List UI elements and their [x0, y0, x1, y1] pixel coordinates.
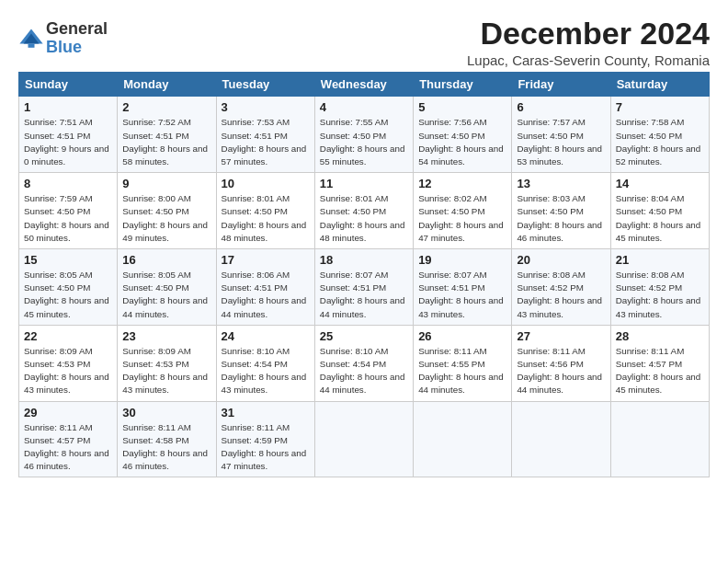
- calendar-cell: 2Sunrise: 7:52 AMSunset: 4:51 PMDaylight…: [118, 97, 216, 173]
- day-detail: Sunrise: 8:01 AMSunset: 4:50 PMDaylight:…: [320, 193, 405, 243]
- day-detail: Sunrise: 8:11 AMSunset: 4:59 PMDaylight:…: [222, 422, 307, 472]
- calendar-cell: 18Sunrise: 8:07 AMSunset: 4:51 PMDayligh…: [314, 249, 413, 326]
- day-number: 1: [24, 100, 112, 114]
- calendar-row-4: 22Sunrise: 8:09 AMSunset: 4:53 PMDayligh…: [19, 325, 710, 401]
- day-detail: Sunrise: 7:52 AMSunset: 4:51 PMDaylight:…: [122, 117, 208, 167]
- day-number: 27: [517, 329, 605, 343]
- calendar-cell: 24Sunrise: 8:10 AMSunset: 4:54 PMDayligh…: [216, 325, 314, 401]
- day-number: 22: [24, 329, 112, 343]
- day-number: 24: [222, 329, 310, 343]
- calendar-cell: 1Sunrise: 7:51 AMSunset: 4:51 PMDaylight…: [19, 97, 118, 173]
- col-tuesday: Tuesday: [216, 73, 314, 97]
- day-number: 18: [320, 253, 408, 267]
- logo: General Blue: [18, 20, 108, 57]
- day-detail: Sunrise: 8:11 AMSunset: 4:57 PMDaylight:…: [24, 422, 109, 472]
- day-detail: Sunrise: 8:09 AMSunset: 4:53 PMDaylight:…: [24, 346, 109, 396]
- calendar-row-2: 8Sunrise: 7:59 AMSunset: 4:50 PMDaylight…: [19, 173, 710, 249]
- day-detail: Sunrise: 8:11 AMSunset: 4:55 PMDaylight:…: [418, 346, 504, 396]
- day-detail: Sunrise: 7:53 AMSunset: 4:51 PMDaylight:…: [222, 117, 307, 167]
- day-detail: Sunrise: 8:11 AMSunset: 4:58 PMDaylight:…: [122, 422, 208, 472]
- calendar-cell: 31Sunrise: 8:11 AMSunset: 4:59 PMDayligh…: [216, 401, 314, 477]
- col-sunday: Sunday: [19, 73, 118, 97]
- calendar-cell: 29Sunrise: 8:11 AMSunset: 4:57 PMDayligh…: [19, 401, 118, 477]
- day-detail: Sunrise: 8:07 AMSunset: 4:51 PMDaylight:…: [320, 270, 405, 319]
- header-row: Sunday Monday Tuesday Wednesday Thursday…: [19, 73, 710, 97]
- col-saturday: Saturday: [610, 73, 709, 97]
- day-number: 31: [222, 406, 310, 419]
- location-subtitle: Lupac, Caras-Severin County, Romania: [467, 52, 710, 68]
- day-detail: Sunrise: 7:58 AMSunset: 4:50 PMDaylight:…: [616, 117, 701, 167]
- calendar-cell: 16Sunrise: 8:05 AMSunset: 4:50 PMDayligh…: [118, 249, 216, 326]
- calendar-cell: 6Sunrise: 7:57 AMSunset: 4:50 PMDaylight…: [512, 97, 610, 173]
- day-number: 3: [222, 100, 310, 114]
- month-title: December 2024: [467, 17, 710, 51]
- day-number: 17: [222, 253, 310, 267]
- calendar-cell: 27Sunrise: 8:11 AMSunset: 4:56 PMDayligh…: [512, 325, 610, 401]
- day-detail: Sunrise: 8:10 AMSunset: 4:54 PMDaylight:…: [222, 346, 307, 396]
- calendar-cell: 4Sunrise: 7:55 AMSunset: 4:50 PMDaylight…: [314, 97, 413, 173]
- col-thursday: Thursday: [414, 73, 512, 97]
- day-number: 14: [616, 177, 704, 190]
- calendar-cell: 11Sunrise: 8:01 AMSunset: 4:50 PMDayligh…: [314, 173, 413, 249]
- calendar-cell: [314, 401, 413, 477]
- day-detail: Sunrise: 8:00 AMSunset: 4:50 PMDaylight:…: [122, 193, 208, 243]
- day-detail: Sunrise: 8:01 AMSunset: 4:50 PMDaylight:…: [222, 193, 307, 243]
- calendar-cell: 10Sunrise: 8:01 AMSunset: 4:50 PMDayligh…: [216, 173, 314, 249]
- calendar-cell: 13Sunrise: 8:03 AMSunset: 4:50 PMDayligh…: [512, 173, 610, 249]
- page: General Blue December 2024 Lupac, Caras-…: [0, 0, 728, 488]
- day-detail: Sunrise: 8:05 AMSunset: 4:50 PMDaylight:…: [24, 270, 109, 319]
- calendar-row-5: 29Sunrise: 8:11 AMSunset: 4:57 PMDayligh…: [19, 401, 710, 477]
- day-number: 8: [24, 177, 112, 190]
- day-number: 23: [122, 329, 210, 343]
- day-detail: Sunrise: 8:08 AMSunset: 4:52 PMDaylight:…: [616, 270, 701, 319]
- calendar-cell: [512, 401, 610, 477]
- calendar-cell: 14Sunrise: 8:04 AMSunset: 4:50 PMDayligh…: [610, 173, 709, 249]
- day-number: 30: [122, 406, 210, 419]
- day-number: 7: [616, 100, 704, 114]
- day-detail: Sunrise: 8:02 AMSunset: 4:50 PMDaylight:…: [418, 193, 504, 243]
- calendar-cell: 22Sunrise: 8:09 AMSunset: 4:53 PMDayligh…: [19, 325, 118, 401]
- day-number: 9: [122, 177, 210, 190]
- col-monday: Monday: [118, 73, 216, 97]
- calendar-cell: 7Sunrise: 7:58 AMSunset: 4:50 PMDaylight…: [610, 97, 709, 173]
- day-number: 26: [418, 329, 506, 343]
- day-number: 4: [320, 100, 408, 114]
- calendar-cell: 9Sunrise: 8:00 AMSunset: 4:50 PMDaylight…: [118, 173, 216, 249]
- calendar-cell: 30Sunrise: 8:11 AMSunset: 4:58 PMDayligh…: [118, 401, 216, 477]
- day-number: 2: [122, 100, 210, 114]
- calendar-cell: 3Sunrise: 7:53 AMSunset: 4:51 PMDaylight…: [216, 97, 314, 173]
- day-number: 10: [222, 177, 310, 190]
- day-detail: Sunrise: 8:10 AMSunset: 4:54 PMDaylight:…: [320, 346, 405, 396]
- day-detail: Sunrise: 7:56 AMSunset: 4:50 PMDaylight:…: [418, 117, 504, 167]
- day-detail: Sunrise: 8:08 AMSunset: 4:52 PMDaylight:…: [517, 270, 602, 319]
- day-number: 21: [616, 253, 704, 267]
- calendar-cell: 21Sunrise: 8:08 AMSunset: 4:52 PMDayligh…: [610, 249, 709, 326]
- title-block: December 2024 Lupac, Caras-Severin Count…: [467, 17, 710, 68]
- day-detail: Sunrise: 8:03 AMSunset: 4:50 PMDaylight:…: [517, 193, 602, 243]
- calendar-cell: 26Sunrise: 8:11 AMSunset: 4:55 PMDayligh…: [414, 325, 512, 401]
- day-number: 11: [320, 177, 408, 190]
- day-detail: Sunrise: 7:57 AMSunset: 4:50 PMDaylight:…: [517, 117, 602, 167]
- calendar-cell: 23Sunrise: 8:09 AMSunset: 4:53 PMDayligh…: [118, 325, 216, 401]
- day-number: 5: [418, 100, 506, 114]
- calendar-cell: 28Sunrise: 8:11 AMSunset: 4:57 PMDayligh…: [610, 325, 709, 401]
- calendar-cell: 19Sunrise: 8:07 AMSunset: 4:51 PMDayligh…: [414, 249, 512, 326]
- calendar-row-3: 15Sunrise: 8:05 AMSunset: 4:50 PMDayligh…: [19, 249, 710, 326]
- calendar-cell: 5Sunrise: 7:56 AMSunset: 4:50 PMDaylight…: [414, 97, 512, 173]
- day-detail: Sunrise: 8:05 AMSunset: 4:50 PMDaylight:…: [122, 270, 208, 319]
- day-detail: Sunrise: 8:11 AMSunset: 4:57 PMDaylight:…: [616, 346, 701, 396]
- day-number: 19: [418, 253, 506, 267]
- day-detail: Sunrise: 8:09 AMSunset: 4:53 PMDaylight:…: [122, 346, 208, 396]
- calendar-cell: 20Sunrise: 8:08 AMSunset: 4:52 PMDayligh…: [512, 249, 610, 326]
- day-number: 25: [320, 329, 408, 343]
- day-detail: Sunrise: 7:51 AMSunset: 4:51 PMDaylight:…: [24, 117, 109, 167]
- day-number: 13: [517, 177, 605, 190]
- day-number: 29: [24, 406, 112, 419]
- day-number: 20: [517, 253, 605, 267]
- calendar-row-1: 1Sunrise: 7:51 AMSunset: 4:51 PMDaylight…: [19, 97, 710, 173]
- calendar-cell: [414, 401, 512, 477]
- calendar-table: Sunday Monday Tuesday Wednesday Thursday…: [18, 72, 710, 477]
- header: General Blue December 2024 Lupac, Caras-…: [18, 17, 710, 68]
- day-number: 6: [517, 100, 605, 114]
- col-wednesday: Wednesday: [314, 73, 413, 97]
